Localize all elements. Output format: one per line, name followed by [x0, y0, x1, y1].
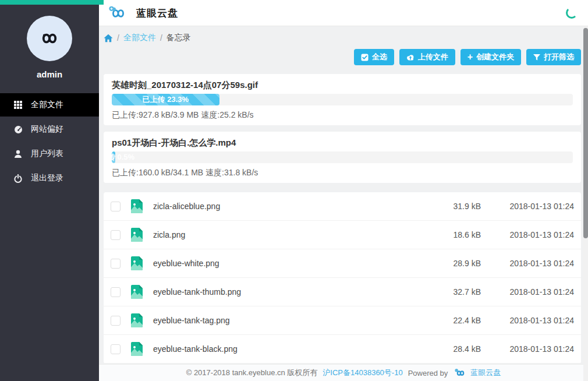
button-label: 上传文件 [418, 52, 448, 62]
power-icon [14, 174, 23, 183]
cloud-upload-icon [406, 54, 415, 61]
top-accent-bar [0, 0, 104, 5]
image-file-icon [131, 256, 143, 270]
file-row[interactable]: eyeblue-tank-tag.png 22.4 kB 2018-01-13 … [104, 306, 581, 335]
file-list: zicla-aliceblue.png 31.9 kB 2018-01-13 0… [104, 192, 581, 364]
file-row[interactable]: eyeblue-tank-thumb.png 32.7 kB 2018-01-1… [104, 278, 581, 306]
app-title: 蓝眼云盘 [136, 6, 178, 20]
open-filter-button[interactable]: 打开筛选 [526, 49, 581, 65]
image-file-icon [131, 313, 143, 327]
button-label: 全选 [372, 52, 387, 62]
user-icon [14, 150, 23, 158]
file-row[interactable]: eyeblue-tank-black.png 28.4 kB 2018-01-1… [104, 335, 581, 364]
powered-by-text: Powered by [408, 369, 448, 378]
file-size: 28.9 kB [416, 259, 481, 268]
progress-bar: 已上传 23.3% [112, 94, 573, 105]
file-row[interactable]: zicla-aliceblue.png 31.9 kB 2018-01-13 0… [104, 192, 581, 221]
file-checkbox[interactable] [111, 344, 121, 354]
file-name[interactable]: eyeblue-white.png [153, 259, 416, 268]
breadcrumb: / 全部文件 / 备忘录 [104, 26, 581, 43]
file-size: 31.9 kB [416, 202, 481, 211]
upload-info: 已上传:927.8 kB/3.9 MB 速度:25.2 kB/s [112, 110, 573, 120]
image-file-icon [131, 228, 143, 242]
file-checkbox[interactable] [111, 287, 121, 297]
file-name[interactable]: eyeblue-tank-thumb.png [153, 287, 416, 297]
file-name[interactable]: zicla-aliceblue.png [153, 202, 416, 211]
sidebar-item-user-list[interactable]: 用户列表 [0, 142, 99, 165]
app-logo-icon[interactable] [106, 5, 130, 21]
file-size: 28.4 kB [416, 344, 481, 354]
image-file-icon [131, 342, 143, 356]
image-file-icon [131, 199, 143, 213]
file-date: 2018-01-13 01:24 [481, 287, 574, 297]
file-name[interactable]: eyeblue-tank-tag.png [153, 316, 416, 325]
scrollbar-track[interactable] [583, 26, 588, 381]
select-all-button[interactable]: 全选 [354, 49, 394, 65]
file-size: 32.7 kB [416, 287, 481, 297]
file-date: 2018-01-13 01:24 [481, 259, 574, 268]
upload-info: 已上传:160.0 kB/34.1 MB 速度:31.8 kB/s [112, 167, 573, 178]
progress-label: 已上传 23.3% [143, 94, 189, 105]
sidebar-item-logout[interactable]: 退出登录 [0, 167, 99, 190]
sidebar-item-site-preferences[interactable]: 网站偏好 [0, 118, 99, 141]
sidebar-menu: 全部文件 网站偏好 用户列表 [0, 93, 99, 190]
breadcrumb-link-all-files[interactable]: 全部文件 [123, 33, 156, 43]
sidebar: admin 全部文件 [0, 0, 99, 381]
filter-icon [533, 54, 540, 61]
upload-card: 英雄时刻_20170312-14点07分59s.gif 已上传 23.3% 已上… [104, 74, 581, 125]
file-size: 22.4 kB [416, 316, 481, 325]
file-date: 2018-01-13 01:24 [481, 202, 574, 211]
upload-card: ps01开场白-开场白.怎么学.mp4 已上传 0.5% 已上传:160.0 k… [104, 132, 581, 183]
home-icon[interactable] [104, 34, 113, 43]
progress-fill: 已上传 23.3% [112, 94, 219, 105]
footer-logo-icon [453, 368, 468, 378]
upload-filename: ps01开场白-开场白.怎么学.mp4 [112, 137, 573, 148]
grid-icon [14, 101, 23, 109]
breadcrumb-separator: / [117, 33, 119, 43]
sidebar-item-label: 退出登录 [31, 173, 63, 184]
toolbar: 全选 上传文件 + 创建文件夹 打开筛选 [104, 49, 581, 65]
copyright-text: © 2017-2018 tank.eyeblue.cn 版权所有 [186, 368, 318, 378]
check-square-icon [361, 54, 369, 61]
button-label: 创建文件夹 [476, 52, 514, 62]
button-label: 打开筛选 [544, 52, 574, 62]
breadcrumb-current: 备忘录 [167, 33, 191, 43]
file-checkbox[interactable] [111, 230, 121, 240]
file-checkbox[interactable] [111, 202, 121, 211]
sidebar-item-label: 网站偏好 [31, 124, 63, 135]
file-name[interactable]: eyeblue-tank-black.png [153, 344, 416, 354]
breadcrumb-separator: / [160, 33, 162, 43]
main-content: / 全部文件 / 备忘录 全选 上传文件 + 创建文件夹 [99, 26, 588, 364]
progress-bar: 已上传 0.5% [112, 151, 573, 163]
sidebar-item-all-files[interactable]: 全部文件 [0, 93, 99, 117]
progress-label: 已上传 0.5% [112, 152, 134, 163]
sidebar-item-label: 用户列表 [31, 149, 63, 159]
file-row[interactable]: eyeblue-white.png 28.9 kB 2018-01-13 01:… [104, 249, 581, 278]
file-date: 2018-01-13 01:24 [481, 344, 574, 354]
file-checkbox[interactable] [111, 259, 121, 269]
loading-spinner-icon [566, 7, 578, 19]
avatar[interactable] [27, 16, 72, 61]
scrollbar-thumb[interactable] [583, 28, 588, 238]
file-name[interactable]: zicla.png [153, 230, 416, 239]
progress-fill: 已上传 0.5% [112, 151, 115, 163]
upload-filename: 英雄时刻_20170312-14点07分59s.gif [112, 79, 573, 90]
file-date: 2018-01-13 01:24 [481, 230, 574, 239]
app-header: 蓝眼云盘 [99, 0, 588, 26]
dashboard-icon [14, 125, 23, 134]
create-folder-button[interactable]: + 创建文件夹 [461, 49, 521, 65]
icp-link[interactable]: 沪ICP备14038360号-10 [323, 368, 402, 378]
file-checkbox[interactable] [111, 316, 121, 326]
footer-brand[interactable]: 蓝眼云盘 [453, 368, 501, 378]
infinity-logo-icon [35, 29, 64, 48]
file-row[interactable]: zicla.png 18.6 kB 2018-01-13 01:24 [104, 221, 581, 249]
file-date: 2018-01-13 01:24 [481, 316, 574, 325]
footer-brand-link[interactable]: 蓝眼云盘 [470, 368, 501, 378]
upload-file-button[interactable]: 上传文件 [399, 49, 455, 65]
username: admin [0, 69, 99, 79]
image-file-icon [131, 285, 143, 299]
file-size: 18.6 kB [416, 230, 481, 239]
footer: © 2017-2018 tank.eyeblue.cn 版权所有 沪ICP备14… [99, 364, 588, 381]
sidebar-item-label: 全部文件 [31, 100, 63, 110]
plus-icon: + [467, 52, 473, 62]
